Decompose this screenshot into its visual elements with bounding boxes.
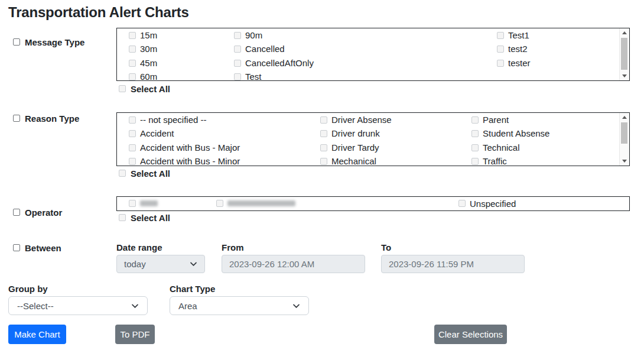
checkbox[interactable] — [216, 200, 223, 207]
checkbox[interactable] — [471, 116, 479, 124]
checkbox-item[interactable]: 60m — [129, 70, 157, 83]
checkbox[interactable] — [129, 200, 136, 207]
section-between-header: Between — [13, 243, 61, 252]
operator-checkbox[interactable] — [13, 209, 20, 216]
checkbox-item[interactable]: Accident with Bus - Minor — [129, 154, 240, 168]
to-pdf-button[interactable]: To PDF — [115, 325, 155, 344]
chevron-down-icon — [190, 260, 197, 268]
scrollbar-thumb[interactable] — [621, 122, 627, 144]
checkbox[interactable] — [471, 130, 479, 137]
chevron-down-icon — [131, 302, 139, 310]
clear-selections-button[interactable]: Clear Selections — [434, 325, 507, 344]
checkbox-item[interactable]: Mechanical — [320, 154, 376, 168]
message-type-select-all[interactable]: Select All — [119, 84, 170, 93]
checkbox[interactable] — [129, 158, 136, 165]
select-all-label: Select All — [131, 84, 170, 94]
between-checkbox[interactable] — [13, 244, 20, 251]
checkbox-item-label: -- not specified -- — [140, 115, 207, 125]
make-chart-button[interactable]: Make Chart — [8, 325, 66, 344]
checkbox[interactable] — [129, 73, 136, 80]
checkbox[interactable] — [234, 32, 241, 39]
checkbox-item[interactable]: Cancelled — [234, 42, 285, 56]
checkbox[interactable] — [129, 46, 136, 53]
operator-select-all[interactable]: Select All — [119, 213, 170, 222]
to-datetime-value: 2023-09-26 11:59 PM — [389, 259, 474, 269]
checkbox[interactable] — [320, 144, 327, 151]
checkbox-item[interactable]: -- not specified -- — [129, 113, 207, 127]
checkbox-item[interactable]: Driver Absense — [320, 113, 392, 127]
checkbox-item[interactable]: 15m — [129, 28, 157, 42]
scroll-down-icon[interactable] — [620, 72, 629, 80]
checkbox[interactable] — [129, 32, 136, 39]
checkbox-item[interactable]: Accident — [129, 127, 174, 140]
select-all-checkbox[interactable] — [119, 214, 126, 221]
checkbox-item-redacted[interactable] — [129, 197, 158, 210]
select-all-label: Select All — [131, 213, 170, 223]
checkbox-item[interactable]: tester — [497, 56, 531, 70]
message-type-listbox: 15m 30m 45m 60m 90m Cancelled CancelledA… — [116, 28, 630, 81]
checkbox[interactable] — [471, 144, 479, 151]
checkbox[interactable] — [129, 116, 136, 124]
checkbox-item[interactable]: Driver drunk — [320, 127, 380, 140]
checkbox-item[interactable]: Traffic — [471, 154, 507, 168]
checkbox[interactable] — [129, 144, 136, 151]
checkbox-item-label: Technical — [483, 142, 520, 153]
checkbox-item[interactable]: CancelledAftOnly — [234, 56, 314, 70]
checkbox[interactable] — [497, 46, 504, 53]
checkbox-item-label: Test — [245, 72, 262, 82]
from-label: From — [222, 242, 244, 252]
date-range-label: Date range — [116, 242, 162, 252]
scroll-up-icon[interactable] — [620, 113, 629, 122]
group-by-select[interactable]: --Select-- — [8, 296, 148, 315]
checkbox[interactable] — [497, 32, 504, 39]
group-by-label: Group by — [8, 284, 48, 294]
checkbox[interactable] — [320, 116, 327, 124]
to-datetime-input[interactable]: 2023-09-26 11:59 PM — [381, 255, 525, 273]
scroll-up-icon[interactable] — [620, 28, 629, 37]
checkbox-item-label: Accident with Bus - Minor — [140, 156, 240, 166]
select-all-checkbox[interactable] — [119, 170, 126, 177]
chart-type-select[interactable]: Area — [170, 296, 309, 315]
checkbox[interactable] — [234, 60, 241, 67]
checkbox[interactable] — [471, 158, 479, 165]
checkbox-item[interactable]: Accident with Bus - Major — [129, 141, 240, 154]
date-range-select[interactable]: today — [116, 255, 205, 273]
operator-label: Operator — [25, 208, 62, 218]
checkbox[interactable] — [234, 46, 241, 53]
scroll-down-icon[interactable] — [620, 157, 629, 166]
checkbox[interactable] — [234, 73, 241, 80]
select-all-checkbox[interactable] — [119, 85, 126, 92]
checkbox-item[interactable]: Technical — [471, 141, 520, 154]
message-type-checkbox[interactable] — [13, 38, 20, 46]
checkbox-item[interactable]: 45m — [129, 56, 157, 70]
reason-type-checkbox[interactable] — [13, 115, 20, 122]
checkbox-item[interactable]: Driver Tardy — [320, 141, 379, 154]
checkbox-item[interactable]: Test1 — [497, 28, 529, 42]
checkbox[interactable] — [129, 60, 136, 67]
scrollbar-thumb[interactable] — [621, 38, 627, 70]
checkbox-item[interactable]: Parent — [471, 113, 509, 127]
checkbox-item-redacted[interactable] — [216, 197, 295, 210]
checkbox-item-label: Cancelled — [245, 44, 285, 54]
checkbox-item-label: Unspecified — [470, 199, 516, 209]
checkbox[interactable] — [320, 130, 327, 137]
checkbox[interactable] — [458, 200, 466, 207]
redacted-text — [227, 200, 295, 206]
from-datetime-input[interactable]: 2023-09-26 12:00 AM — [222, 255, 365, 273]
scrollbar[interactable] — [619, 113, 629, 166]
reason-type-select-all[interactable]: Select All — [119, 168, 170, 178]
checkbox-item[interactable]: 30m — [129, 42, 157, 56]
checkbox-item[interactable]: 90m — [234, 28, 262, 42]
scrollbar[interactable] — [619, 28, 629, 80]
checkbox[interactable] — [129, 130, 136, 137]
checkbox[interactable] — [497, 60, 504, 67]
checkbox-item[interactable]: Unspecified — [458, 197, 516, 210]
transportation-alert-charts-page: Transportation Alert Charts Message Type… — [0, 0, 644, 350]
checkbox-item-label: test2 — [508, 44, 528, 54]
checkbox-item[interactable]: Test — [234, 70, 262, 83]
checkbox-item[interactable]: Student Absense — [471, 127, 549, 140]
checkbox-item-label: 15m — [140, 30, 157, 40]
checkbox-item[interactable]: test2 — [497, 42, 528, 56]
checkbox[interactable] — [320, 158, 327, 165]
chart-type-value: Area — [178, 301, 197, 311]
